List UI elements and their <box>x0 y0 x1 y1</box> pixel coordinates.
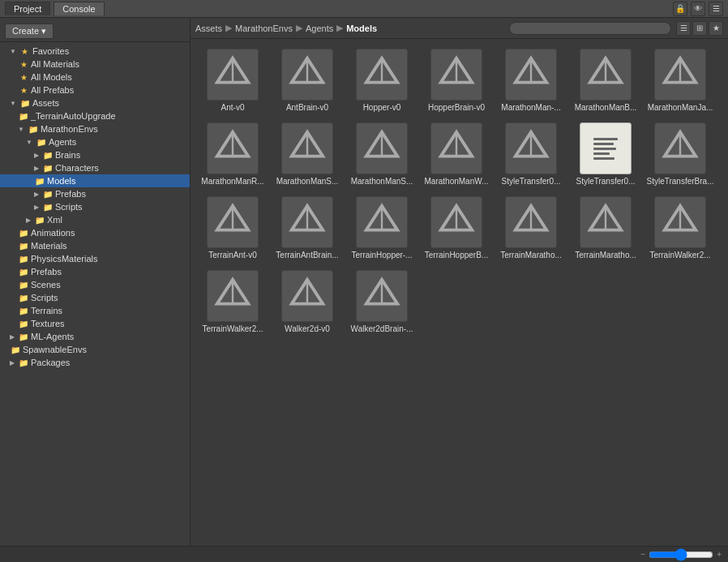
file-item[interactable]: MarathonManJa... <box>644 45 716 116</box>
file-name: TerrainMaratho... <box>575 251 636 260</box>
file-item[interactable]: MarathonManW... <box>421 119 492 190</box>
menu-icon[interactable]: ☰ <box>709 2 723 16</box>
sidebar-prefabs2[interactable]: 📁 Prefabs <box>0 265 190 278</box>
sidebar-item-label: Packages <box>31 358 70 367</box>
sidebar-scripts2[interactable]: 📁 Scripts <box>0 291 190 304</box>
sidebar-packages[interactable]: ▶ 📁 Packages <box>0 356 190 369</box>
folder-icon: 📁 <box>18 227 29 238</box>
search-input[interactable] <box>509 22 671 35</box>
sidebar-spawnable-envs[interactable]: 📁 SpawnableEnvs <box>0 343 190 356</box>
file-name: TerrainMaratho... <box>500 251 562 260</box>
breadcrumb: Assets ▶ MarathonEnvs ▶ Agents ▶ Models <box>195 23 504 33</box>
zoom-minus[interactable]: − <box>640 550 645 559</box>
zoom-plus[interactable]: + <box>717 550 722 559</box>
eye-icon[interactable]: 👁 <box>691 2 705 16</box>
file-item[interactable]: Hopper-v0 <box>346 45 418 116</box>
main-layout: Create ▾ ▼ ★ Favorites ★ All Materials ★… <box>0 18 728 546</box>
file-item[interactable]: TerrainMaratho... <box>570 193 641 264</box>
sidebar-scenes[interactable]: 📁 Scenes <box>0 278 190 291</box>
file-item[interactable]: MarathonManR... <box>197 119 268 190</box>
expand-arrow: ▼ <box>18 126 24 133</box>
grid-view-icon[interactable]: ⊞ <box>692 21 707 36</box>
sidebar-models[interactable]: 📁 Models <box>0 174 190 187</box>
file-item[interactable]: MarathonManS... <box>272 119 343 190</box>
sidebar-item-label: Materials <box>31 241 67 251</box>
file-item[interactable]: TerrainMaratho... <box>495 193 567 264</box>
file-name: Walker2d-v0 <box>285 324 330 334</box>
breadcrumb-agents[interactable]: Agents <box>306 24 333 33</box>
file-name: Ant-v0 <box>221 103 245 113</box>
expand-arrow: ▼ <box>26 139 32 146</box>
title-bar: Project Console 🔒 👁 ☰ <box>0 0 728 18</box>
file-item[interactable]: MarathonManS... <box>346 119 418 190</box>
sidebar-ml-agents[interactable]: ▶ 📁 ML-Agents <box>0 330 190 343</box>
tab-console[interactable]: Console <box>54 2 104 15</box>
sidebar-prefabs[interactable]: ▶ 📁 Prefabs <box>0 187 190 200</box>
file-item[interactable]: AntBrain-v0 <box>272 45 343 116</box>
sidebar-textures[interactable]: 📁 Textures <box>0 317 190 330</box>
content-area: Assets ▶ MarathonEnvs ▶ Agents ▶ Models … <box>191 18 728 546</box>
sidebar-item-label: PhysicsMaterials <box>31 254 98 264</box>
file-item[interactable]: TerrainHopper-... <box>346 193 418 264</box>
folder-icon: 📁 <box>42 162 54 174</box>
sidebar-characters[interactable]: ▶ 📁 Characters <box>0 161 190 174</box>
sidebar-agents[interactable]: ▼ 📁 Agents <box>0 135 190 148</box>
sidebar-xml[interactable]: ▶ 📁 Xml <box>0 213 190 226</box>
file-name: TerrainAnt-v0 <box>208 251 256 260</box>
status-bar: − + <box>0 546 728 562</box>
sidebar-scripts[interactable]: ▶ 📁 Scripts <box>0 200 190 213</box>
sidebar-item-label: Xml <box>47 215 62 225</box>
sidebar-terrain-auto-upgrade[interactable]: 📁 _TerrainAutoUpgrade <box>0 109 190 122</box>
sidebar-favorites[interactable]: ▼ ★ Favorites <box>0 45 190 58</box>
file-item[interactable]: StyleTransfer0... <box>495 119 567 190</box>
folder-icon: 📁 <box>42 188 54 199</box>
star-filter-icon[interactable]: ★ <box>709 21 723 36</box>
sidebar-item-label: Scripts <box>31 293 58 302</box>
file-item[interactable]: HopperBrain-v0 <box>421 45 492 116</box>
sidebar-terrains[interactable]: 📁 Terrains <box>0 304 190 317</box>
sidebar-item-label: Terrains <box>31 306 62 315</box>
folder-icon: 📁 <box>18 240 29 251</box>
file-item[interactable]: TerrainWalker2... <box>197 267 268 337</box>
sidebar-animations[interactable]: 📁 Animations <box>0 226 190 239</box>
zoom-slider: − + <box>640 548 722 561</box>
file-item[interactable]: Ant-v0 <box>197 45 268 116</box>
zoom-range[interactable] <box>649 548 713 561</box>
file-item[interactable]: MarathonMan-... <box>495 45 567 116</box>
lock-icon[interactable]: 🔒 <box>673 2 687 16</box>
file-name: AntBrain-v0 <box>286 103 328 113</box>
folder-icon: 📁 <box>10 344 21 355</box>
file-name: HopperBrain-v0 <box>428 103 485 113</box>
sidebar-physics-materials[interactable]: 📁 PhysicsMaterials <box>0 252 190 265</box>
file-item[interactable]: MarathonManB... <box>570 45 641 116</box>
file-item[interactable]: TerrainWalker2... <box>644 193 716 264</box>
folder-icon: 📁 <box>42 201 54 212</box>
tab-project[interactable]: Project <box>5 2 50 15</box>
file-grid: Ant-v0 AntBrain-v0 Hopper-v0 HopperBrain… <box>191 39 728 546</box>
sidebar-all-prefabs[interactable]: ★ All Prefabs <box>0 84 190 97</box>
sidebar-all-materials[interactable]: ★ All Materials <box>0 58 190 71</box>
sidebar-all-models[interactable]: ★ All Models <box>0 71 190 84</box>
file-item[interactable]: Walker2d-v0 <box>272 267 343 337</box>
sidebar-assets[interactable]: ▼ 📁 Assets <box>0 97 190 109</box>
create-button[interactable]: Create ▾ <box>5 24 54 39</box>
folder-icon: 📁 <box>36 136 47 148</box>
file-item[interactable]: StyleTransfer0... <box>570 119 641 190</box>
sidebar-materials[interactable]: 📁 Materials <box>0 239 190 252</box>
sidebar-item-label: Animations <box>31 228 75 238</box>
breadcrumb-marathon-envs[interactable]: MarathonEnvs <box>235 24 293 33</box>
file-name: Hopper-v0 <box>363 103 401 113</box>
list-view-icon[interactable]: ☰ <box>676 21 691 36</box>
sidebar-brains[interactable]: ▶ 📁 Brains <box>0 148 190 161</box>
top-bar: Assets ▶ MarathonEnvs ▶ Agents ▶ Models … <box>191 18 728 39</box>
file-item[interactable]: TerrainAnt-v0 <box>197 193 268 264</box>
file-item[interactable]: Walker2dBrain-... <box>346 267 418 337</box>
breadcrumb-assets[interactable]: Assets <box>195 24 222 33</box>
file-item[interactable]: StyleTransferBra... <box>644 119 716 190</box>
top-bar-icons: ☰ ⊞ ★ <box>676 21 723 36</box>
sidebar-item-label: MarathonEnvs <box>41 124 98 134</box>
folder-icon: 📁 <box>18 279 29 290</box>
file-item[interactable]: TerrainHopperB... <box>421 193 492 264</box>
file-item[interactable]: TerrainAntBrain... <box>272 193 343 264</box>
sidebar-marathon-envs[interactable]: ▼ 📁 MarathonEnvs <box>0 122 190 135</box>
